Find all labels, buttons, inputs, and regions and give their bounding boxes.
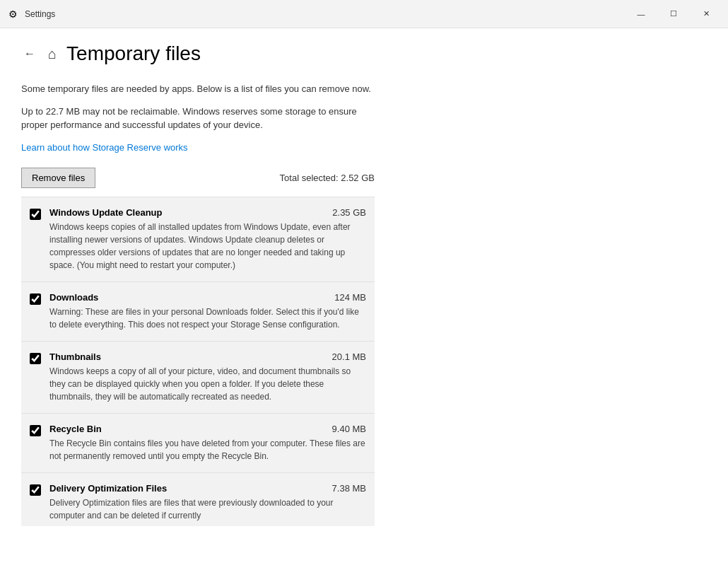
storage-note-text: Up to 22.7 MB may not be reclaimable. Wi… <box>21 105 375 132</box>
file-header-0: Windows Update Cleanup 2.35 GB <box>49 207 366 218</box>
file-size-2: 20.1 MB <box>332 351 366 362</box>
file-info-1: Downloads 124 MB Warning: These are file… <box>49 292 366 331</box>
file-info-4: Delivery Optimization Files 7.38 MB Deli… <box>49 483 366 522</box>
file-item: Delivery Optimization Files 7.38 MB Deli… <box>21 473 375 526</box>
title-bar-title: Settings <box>25 9 55 19</box>
back-button[interactable]: ← <box>21 45 38 63</box>
file-checkbox-0[interactable] <box>30 209 41 220</box>
page-title: Temporary files <box>66 42 201 65</box>
file-size-1: 124 MB <box>334 292 366 303</box>
title-bar: ⚙ Settings — ☐ ✕ <box>0 0 728 28</box>
main-panel: ← ⌂ Temporary files Some temporary files… <box>0 28 396 570</box>
file-checkbox-wrap-0[interactable] <box>30 209 41 223</box>
minimize-button[interactable]: — <box>625 0 657 28</box>
action-bar: Remove files Total selected: 2.52 GB <box>21 168 375 188</box>
description-text: Some temporary files are needed by apps.… <box>21 82 375 96</box>
file-size-3: 9.40 MB <box>332 424 366 434</box>
file-checkbox-wrap-4[interactable] <box>30 484 41 499</box>
file-name-4: Delivery Optimization Files <box>49 483 167 494</box>
file-item: Downloads 124 MB Warning: These are file… <box>21 282 375 342</box>
file-checkbox-2[interactable] <box>30 353 41 364</box>
learn-more-link[interactable]: Learn about how Storage Reserve works <box>21 142 188 153</box>
file-info-0: Windows Update Cleanup 2.35 GB Windows k… <box>49 207 366 272</box>
file-item: Recycle Bin 9.40 MB The Recycle Bin cont… <box>21 414 375 473</box>
file-name-0: Windows Update Cleanup <box>49 207 163 218</box>
file-checkbox-wrap-3[interactable] <box>30 425 41 439</box>
file-desc-1: Warning: These are files in your persona… <box>49 306 366 331</box>
maximize-button[interactable]: ☐ <box>657 0 690 28</box>
file-desc-2: Windows keeps a copy of all of your pict… <box>49 365 366 403</box>
file-checkbox-1[interactable] <box>30 293 41 305</box>
app-icon: ⚙ <box>8 8 18 20</box>
file-item: Thumbnails 20.1 MB Windows keeps a copy … <box>21 342 375 414</box>
title-bar-controls: — ☐ ✕ <box>625 0 722 28</box>
file-header-1: Downloads 124 MB <box>49 292 366 303</box>
file-name-3: Recycle Bin <box>49 424 102 434</box>
file-checkbox-3[interactable] <box>30 425 41 436</box>
file-name-1: Downloads <box>49 292 98 303</box>
file-checkbox-wrap-2[interactable] <box>30 353 41 367</box>
file-size-4: 7.38 MB <box>332 483 366 494</box>
file-header-4: Delivery Optimization Files 7.38 MB <box>49 483 366 494</box>
title-bar-left: ⚙ Settings <box>8 8 55 20</box>
content-area: ← ⌂ Temporary files Some temporary files… <box>0 28 728 570</box>
file-info-2: Thumbnails 20.1 MB Windows keeps a copy … <box>49 351 366 403</box>
file-item: Windows Update Cleanup 2.35 GB Windows k… <box>21 197 375 282</box>
file-desc-0: Windows keeps copies of all installed up… <box>49 221 366 272</box>
file-checkbox-wrap-1[interactable] <box>30 293 41 308</box>
file-list: Windows Update Cleanup 2.35 GB Windows k… <box>21 197 375 526</box>
file-info-3: Recycle Bin 9.40 MB The Recycle Bin cont… <box>49 424 366 463</box>
file-name-2: Thumbnails <box>49 351 101 362</box>
remove-files-button[interactable]: Remove files <box>21 168 95 188</box>
file-header-2: Thumbnails 20.1 MB <box>49 351 366 362</box>
total-selected-label: Total selected: 2.52 GB <box>280 173 375 183</box>
page-header: ← ⌂ Temporary files <box>21 42 375 65</box>
file-size-0: 2.35 GB <box>332 207 366 218</box>
close-button[interactable]: ✕ <box>690 0 722 28</box>
file-checkbox-4[interactable] <box>30 484 41 496</box>
file-desc-3: The Recycle Bin contains files you have … <box>49 437 366 463</box>
file-desc-4: Delivery Optimization files are files th… <box>49 496 366 522</box>
home-icon: ⌂ <box>48 46 57 62</box>
file-header-3: Recycle Bin 9.40 MB <box>49 424 366 434</box>
